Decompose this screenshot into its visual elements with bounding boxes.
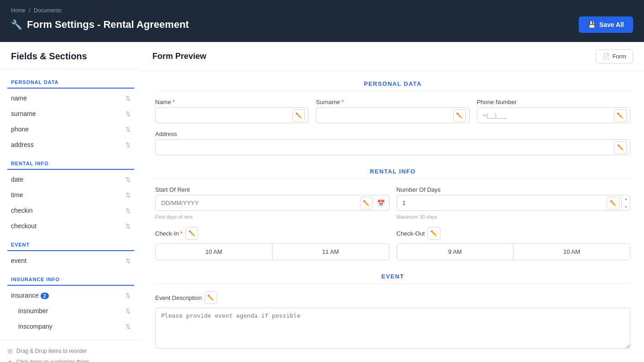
breadcrumb-separator: / — [29, 7, 30, 14]
sort-icon: ⇅ — [126, 142, 131, 148]
event-edit-button[interactable]: ✏️ — [204, 291, 217, 304]
form-row-event-desc: Event Description ✏️ — [155, 291, 630, 349]
arrow-down-button[interactable]: ▼ — [622, 203, 630, 211]
name-label: Name * — [155, 99, 309, 105]
main-layout: Fields & Sections PERSONAL DATA name ⇅ s… — [0, 42, 644, 362]
field-item-checkin[interactable]: checkin ⇅ — [7, 203, 134, 218]
date-edit-button[interactable]: ✏️ — [360, 197, 373, 210]
event-textarea-wrap — [155, 308, 630, 349]
phone-input[interactable] — [477, 107, 630, 123]
form-section-event: EVENT Event Description ✏️ — [155, 273, 630, 349]
checkin-label: Check-In * — [155, 230, 183, 237]
form-group-start-rent: Start Of Rent ✏️ 📅 First days of rent — [155, 186, 389, 220]
field-item-checkout[interactable]: checkout ⇅ — [7, 218, 134, 234]
form-group-name: Name * ✏️ — [155, 99, 309, 123]
form-row-name-surname-phone: Name * ✏️ Surname * — [155, 99, 630, 123]
sort-icon: ⇅ — [126, 292, 131, 299]
checkin-header: Check-In * ✏️ — [155, 227, 389, 240]
breadcrumb-documents[interactable]: Documents — [34, 7, 62, 14]
arrow-up-button[interactable]: ▲ — [622, 195, 630, 203]
checkout-time-from[interactable]: 9 AM — [397, 244, 514, 260]
checkout-time-to[interactable]: 10 AM — [513, 244, 630, 260]
event-desc-textarea[interactable] — [155, 308, 630, 349]
field-item-name[interactable]: name ⇅ — [7, 90, 134, 106]
sort-icon: ⇅ — [126, 223, 131, 230]
surname-label: Surname * — [316, 99, 469, 105]
address-label: Address — [155, 131, 630, 137]
checkin-edit-button[interactable]: ✏️ — [185, 227, 198, 240]
date-input-wrap: ✏️ 📅 — [155, 195, 389, 211]
wrench-icon: 🔧 — [11, 19, 22, 30]
num-days-input[interactable] — [397, 195, 631, 211]
section-label-rental: RENTAL INFO — [7, 156, 134, 170]
field-item-address[interactable]: address ⇅ — [7, 137, 134, 152]
preview-header: Form Preview 📄 Form — [141, 42, 644, 71]
breadcrumb: Home / Documents — [11, 7, 633, 14]
section-label-event: EVENT — [7, 237, 134, 251]
phone-input-wrap: ✏️ — [477, 107, 630, 123]
sort-icon: ⇅ — [126, 308, 131, 315]
form-row-address: Address ✏️ — [155, 131, 630, 155]
name-input-wrap: ✏️ — [155, 107, 309, 123]
form-section-personal: PERSONAL DATA Name * ✏️ — [155, 80, 630, 155]
num-days-label: Number Of Days — [397, 186, 631, 193]
sidebar-content: PERSONAL DATA name ⇅ surname ⇅ phone ⇅ a… — [0, 69, 141, 340]
date-input[interactable] — [155, 195, 389, 211]
checkout-header: Check-Out ✏️ — [397, 227, 631, 240]
number-arrows: ▲ ▼ — [621, 195, 630, 211]
field-item-phone[interactable]: phone ⇅ — [7, 121, 134, 137]
name-edit-button[interactable]: ✏️ — [292, 109, 305, 122]
field-item-date[interactable]: date ⇅ — [7, 172, 134, 187]
sort-icon: ⇅ — [126, 176, 131, 183]
field-item-surname[interactable]: surname ⇅ — [7, 106, 134, 121]
click-icon: ✦ — [7, 358, 13, 362]
start-rent-hint: First days of rent — [155, 214, 389, 220]
field-item-insurance[interactable]: insurance 2 ⇅ — [7, 288, 134, 303]
sort-icon: ⇅ — [126, 192, 131, 199]
surname-input[interactable] — [316, 107, 469, 123]
form-section-rental: RENTAL INFO Start Of Rent ✏️ 📅 First day… — [155, 168, 630, 260]
event-desc-label: Event Description — [155, 294, 202, 301]
field-item-inscompany[interactable]: inscompany ⇅ — [7, 319, 134, 334]
drag-hint: ⊞ Drag & Drop items to reorder — [7, 346, 134, 357]
insurance-badge: 2 — [41, 293, 49, 299]
field-item-insnumber[interactable]: insnumber ⇅ — [7, 303, 134, 319]
form-group-num-days: Number Of Days ✏️ ▲ ▼ Maximum 30 days — [397, 186, 631, 220]
sidebar: Fields & Sections PERSONAL DATA name ⇅ s… — [0, 42, 141, 362]
form-group-event-desc: Event Description ✏️ — [155, 291, 630, 349]
sort-icon: ⇅ — [126, 110, 131, 117]
surname-edit-button[interactable]: ✏️ — [453, 109, 466, 122]
event-desc-header: Event Description ✏️ — [155, 291, 630, 304]
field-item-time[interactable]: time ⇅ — [7, 187, 134, 203]
address-input-wrap: ✏️ — [155, 139, 630, 155]
phone-edit-button[interactable]: ✏️ — [614, 109, 627, 122]
form-row-start-days: Start Of Rent ✏️ 📅 First days of rent Nu… — [155, 186, 630, 220]
page-title: Form Settings - Rental Agreement — [27, 19, 189, 31]
form-group-surname: Surname * ✏️ — [316, 99, 469, 123]
checkin-time-from[interactable]: 10 AM — [156, 244, 272, 260]
checkin-time-group: 10 AM 11 AM — [155, 243, 389, 260]
sidebar-footer: ⊞ Drag & Drop items to reorder ✦ Click i… — [0, 340, 141, 362]
checkin-time-to[interactable]: 11 AM — [272, 244, 389, 260]
breadcrumb-home[interactable]: Home — [11, 7, 26, 14]
start-rent-label: Start Of Rent — [155, 186, 389, 193]
preview-title: Form Preview — [152, 52, 206, 61]
sort-icon: ⇅ — [126, 95, 131, 102]
field-item-event[interactable]: event ⇅ — [7, 253, 134, 268]
sort-icon: ⇅ — [126, 126, 131, 133]
address-edit-button[interactable]: ✏️ — [614, 141, 627, 154]
address-input[interactable] — [155, 139, 630, 155]
header: Home / Documents 🔧 Form Settings - Renta… — [0, 0, 644, 42]
form-view-button[interactable]: 📄 Form — [596, 49, 633, 63]
checkout-edit-button[interactable]: ✏️ — [428, 227, 440, 240]
preview-body: PERSONAL DATA Name * ✏️ — [141, 71, 644, 362]
name-input[interactable] — [155, 107, 309, 123]
phone-label: Phone Number — [477, 99, 630, 105]
sidebar-heading: Fields & Sections — [0, 42, 141, 69]
save-all-button[interactable]: 💾 Save All — [579, 16, 633, 33]
drag-icon: ⊞ — [7, 347, 13, 355]
form-group-checkin: Check-In * ✏️ 10 AM 11 AM — [155, 227, 389, 260]
days-edit-button[interactable]: ✏️ — [607, 197, 619, 210]
checkout-label: Check-Out — [397, 230, 425, 237]
surname-input-wrap: ✏️ — [316, 107, 469, 123]
